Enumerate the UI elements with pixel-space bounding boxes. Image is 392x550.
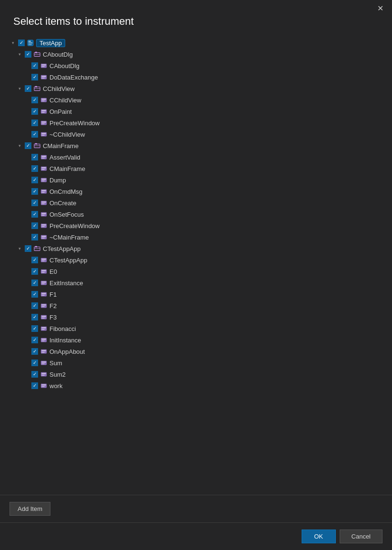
checkbox[interactable]	[31, 177, 38, 183]
method-icon	[40, 290, 48, 298]
svg-rect-39	[42, 180, 45, 181]
svg-rect-71	[42, 304, 46, 305]
tree-container[interactable]: ▾ TestApp▾ CAboutDlg▸ CAboutDlg▸ DoDataE…	[0, 35, 392, 495]
tree-row-method: ▸ CTestAppApp	[23, 254, 388, 266]
tree-row-method: ▸ AssertValid	[23, 151, 388, 163]
svg-rect-84	[42, 352, 45, 353]
svg-rect-83	[42, 350, 46, 351]
svg-rect-79	[41, 338, 47, 342]
method-label: OnCmdMsg	[49, 188, 82, 195]
dialog-title: Select items to instrument	[0, 15, 392, 35]
checkbox[interactable]	[31, 200, 38, 206]
svg-rect-45	[42, 203, 45, 204]
svg-rect-54	[42, 238, 45, 239]
method-icon	[40, 119, 48, 127]
checkbox[interactable]	[31, 360, 38, 366]
svg-rect-33	[42, 158, 45, 159]
svg-rect-35	[42, 167, 46, 168]
checkbox[interactable]	[31, 291, 38, 298]
checkbox[interactable]	[31, 337, 38, 343]
class-label: CTestAppApp	[43, 245, 81, 252]
method-label: PreCreateWindow	[49, 120, 100, 127]
method-label: OnPaint	[49, 108, 72, 115]
svg-rect-29	[35, 143, 37, 145]
svg-rect-5	[35, 52, 37, 53]
svg-rect-74	[42, 316, 46, 317]
tree-row-class: ▾ CTestAppApp	[16, 243, 388, 254]
tree-row-method: ▸ ~CChildView	[23, 129, 388, 140]
expander-icon[interactable]: ▾	[16, 142, 23, 149]
svg-rect-69	[42, 295, 45, 296]
cancel-button[interactable]: Cancel	[340, 530, 382, 543]
checkbox[interactable]	[31, 62, 38, 69]
checkbox[interactable]	[31, 325, 38, 332]
checkbox[interactable]	[31, 257, 38, 263]
checkbox[interactable]	[31, 222, 38, 229]
method-icon	[40, 188, 48, 195]
method-label: Sum	[49, 360, 62, 367]
expander-icon[interactable]: ▾	[16, 85, 23, 92]
checkbox[interactable]	[31, 268, 38, 275]
svg-rect-47	[42, 213, 46, 214]
class-label: CAboutDlg	[43, 51, 73, 58]
checkbox[interactable]	[31, 97, 38, 103]
checkbox[interactable]	[31, 165, 38, 172]
tree-row-method: ▸ OnAppAbout	[23, 346, 388, 357]
svg-rect-7	[41, 64, 47, 68]
tree-row-method: ▸ ~CMainFrame	[23, 231, 388, 243]
checkbox[interactable]	[31, 314, 38, 320]
svg-rect-22	[41, 121, 47, 125]
expander-icon[interactable]: ▾	[10, 40, 16, 46]
svg-rect-43	[41, 201, 47, 205]
method-icon	[40, 279, 48, 287]
method-icon	[40, 313, 48, 321]
method-label: F3	[49, 314, 57, 321]
bottom-bar: Add Item	[0, 495, 392, 522]
expander-icon[interactable]: ▾	[16, 51, 23, 58]
tree-row-method: ▸ work	[23, 380, 388, 391]
checkbox[interactable]	[31, 280, 38, 286]
method-icon	[40, 359, 48, 367]
tree-row-class: ▾ CAboutDlg	[16, 49, 388, 60]
checkbox[interactable]	[31, 348, 38, 355]
checkbox[interactable]	[31, 108, 38, 115]
checkbox[interactable]	[31, 131, 38, 138]
method-icon	[40, 73, 48, 81]
method-label: E0	[49, 268, 57, 275]
checkbox[interactable]	[25, 245, 31, 252]
checkbox[interactable]	[31, 382, 38, 389]
tree-row-method: ▸ OnCreate	[23, 197, 388, 209]
add-item-button[interactable]: Add Item	[10, 502, 50, 516]
checkbox[interactable]	[31, 211, 38, 218]
svg-rect-89	[42, 373, 46, 374]
checkbox[interactable]	[31, 74, 38, 80]
close-button[interactable]: ✕	[374, 4, 386, 13]
svg-rect-75	[42, 318, 45, 319]
expander-icon[interactable]: ▾	[16, 245, 23, 252]
ok-button[interactable]: OK	[302, 530, 336, 543]
svg-rect-72	[42, 306, 45, 307]
svg-rect-77	[42, 327, 46, 328]
method-icon	[40, 176, 48, 184]
tree-row-method: ▸ F1	[23, 289, 388, 300]
class-icon	[33, 85, 41, 92]
svg-rect-9	[42, 66, 45, 67]
checkbox[interactable]	[31, 371, 38, 378]
svg-rect-1	[29, 41, 31, 42]
checkbox[interactable]	[25, 51, 31, 58]
checkbox[interactable]	[31, 234, 38, 240]
svg-rect-21	[42, 112, 45, 113]
svg-rect-53	[42, 236, 46, 237]
svg-rect-10	[41, 75, 47, 80]
method-label: OnCreate	[49, 200, 76, 207]
checkbox[interactable]	[31, 120, 38, 126]
checkbox[interactable]	[31, 188, 38, 195]
checkbox[interactable]	[25, 142, 31, 149]
checkbox[interactable]	[18, 40, 25, 46]
checkbox[interactable]	[31, 302, 38, 309]
svg-rect-51	[42, 226, 45, 227]
checkbox[interactable]	[25, 85, 31, 92]
checkbox[interactable]	[31, 154, 38, 160]
svg-rect-24	[42, 123, 45, 124]
method-icon	[40, 222, 48, 230]
